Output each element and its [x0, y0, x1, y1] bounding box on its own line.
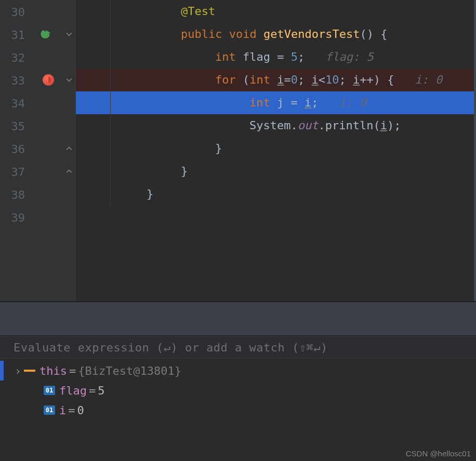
- breakpoint-icon[interactable]: [43, 74, 54, 86]
- inlay-hint: i: 0: [394, 73, 442, 86]
- fold-handle-icon[interactable]: [65, 168, 73, 175]
- variable-value: 5: [98, 384, 104, 397]
- line-number: 31: [0, 24, 25, 47]
- code-editor: 30313233343536373839 @Testpublic void ge…: [0, 0, 476, 301]
- evaluate-expression-input[interactable]: Evaluate expression (↵) or add a watch (…: [0, 336, 476, 359]
- code-line[interactable]: int flag = 5; flag: 5: [76, 46, 474, 69]
- variable-name: i: [59, 404, 66, 417]
- code-line[interactable]: }: [76, 183, 474, 206]
- equals-sign: =: [87, 384, 98, 397]
- line-number: 30: [0, 1, 25, 24]
- code-line[interactable]: [76, 206, 474, 228]
- line-number: 32: [0, 47, 25, 70]
- line-number: 34: [0, 92, 25, 115]
- gutter-markers[interactable]: [33, 0, 65, 301]
- inlay-hint: i: 0: [319, 96, 367, 109]
- variable-value: {BizTest@13801}: [78, 364, 181, 377]
- line-number: 38: [0, 184, 25, 207]
- tool-band: [0, 302, 476, 335]
- variable-name: flag: [59, 384, 87, 397]
- fold-handle-icon[interactable]: [65, 145, 73, 152]
- line-number-gutter: 30313233343536373839: [0, 0, 33, 301]
- equals-sign: =: [66, 404, 77, 417]
- equals-sign: =: [67, 364, 78, 377]
- code-area[interactable]: @Testpublic void getVendorsTest() {int f…: [76, 0, 476, 301]
- variable-row[interactable]: 01i = 0: [0, 400, 476, 420]
- variable-row[interactable]: 01flag = 5: [0, 381, 476, 400]
- line-number: 35: [0, 115, 25, 138]
- variable-row[interactable]: ›this = {BizTest@13801}: [0, 361, 476, 381]
- line-number: 33: [0, 70, 25, 92]
- code-line[interactable]: }: [76, 160, 474, 183]
- variable-name: this: [39, 364, 67, 377]
- line-number: 39: [0, 207, 25, 229]
- code-line[interactable]: for (int i=0; i<10; i++) { i: 0: [76, 69, 474, 91]
- expand-chevron-icon[interactable]: ›: [15, 364, 24, 377]
- variable-value: 0: [77, 404, 84, 417]
- variables-tree[interactable]: ›this = {BizTest@13801}01flag = 501i = 0: [0, 359, 476, 420]
- run-test-icon[interactable]: [39, 29, 51, 40]
- line-number: 37: [0, 161, 25, 184]
- fold-column[interactable]: [65, 0, 76, 301]
- code-line[interactable]: }: [76, 137, 474, 160]
- fold-handle-icon[interactable]: [65, 76, 73, 84]
- watermark: CSDN @hellosc01: [406, 449, 471, 458]
- line-number: 36: [0, 138, 25, 161]
- object-icon: [24, 366, 35, 375]
- fold-handle-icon[interactable]: [65, 31, 73, 38]
- primitive-icon: 01: [44, 405, 55, 415]
- inlay-hint: flag: 5: [305, 50, 373, 63]
- code-line[interactable]: public void getVendorsTest() {: [76, 23, 474, 46]
- primitive-icon: 01: [44, 386, 55, 395]
- code-line[interactable]: @Test: [76, 0, 474, 23]
- code-line[interactable]: System.out.println(i);: [76, 114, 474, 137]
- debug-pane: Evaluate expression (↵) or add a watch (…: [0, 335, 476, 460]
- code-line[interactable]: int j = i; i: 0: [76, 91, 474, 114]
- current-frame-stripe: [0, 361, 4, 381]
